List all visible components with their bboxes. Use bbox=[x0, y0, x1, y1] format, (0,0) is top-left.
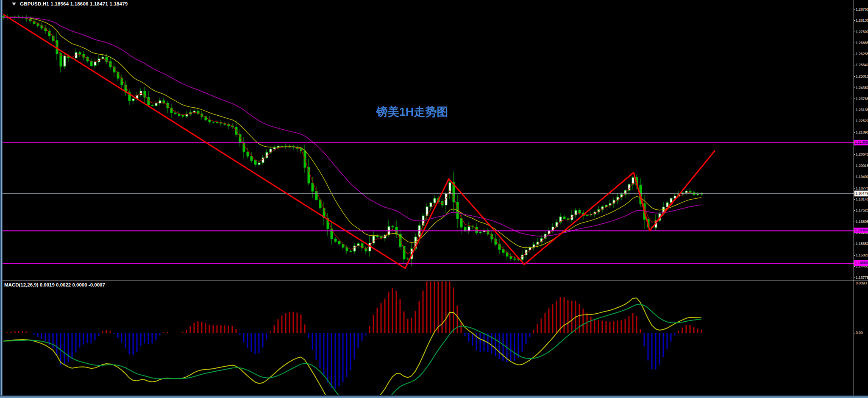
price-tick-label: 1.28760 bbox=[856, 8, 868, 11]
symbol-ohlc-label: GBPUSD,H1 1.18564 1.18606 1.18471 1.1847… bbox=[20, 1, 128, 6]
price-tick-label: 1.18770 bbox=[856, 186, 868, 190]
price-tick-label: 1.23135 bbox=[856, 108, 868, 112]
current-price-tag: 1.18479 bbox=[854, 190, 868, 197]
price-tick-label: 1.13775 bbox=[856, 276, 868, 280]
price-tick-label: 1.19400 bbox=[856, 175, 868, 179]
macd-scale-zero-label: 0.00 bbox=[856, 331, 863, 335]
mt4-chart-window: GBPUSD,H1 1.18564 1.18606 1.18471 1.1847… bbox=[0, 0, 868, 398]
window-border-bottom bbox=[0, 395, 868, 398]
price-tick-label: 1.27500 bbox=[856, 30, 868, 34]
macd-indicator-label: MACD(12,26,9) 0.0019 0.0022 0.0000 -0.00… bbox=[4, 282, 105, 287]
price-tick-label: 1.22520 bbox=[856, 119, 868, 123]
price-tick-label: 1.16895 bbox=[856, 220, 868, 224]
price-tick-label: 1.28130 bbox=[856, 19, 868, 22]
chart-header: GBPUSD,H1 1.18564 1.18606 1.18471 1.1847… bbox=[12, 1, 128, 6]
chart-menu-icon[interactable] bbox=[12, 3, 16, 6]
price-tick-label: 1.26885 bbox=[856, 41, 868, 45]
price-tick-label: 1.25010 bbox=[856, 75, 868, 78]
price-tick-label: 1.18140 bbox=[856, 198, 868, 201]
price-tick-label: 1.25640 bbox=[856, 63, 868, 67]
price-tick-label: 1.15650 bbox=[856, 242, 868, 246]
price-tick-label: 1.23765 bbox=[856, 97, 868, 101]
price-level-tag: 1.14580 bbox=[854, 260, 868, 266]
price-tick-label: 1.26255 bbox=[856, 52, 868, 56]
chart-annotation: 镑美1H走势图 bbox=[376, 104, 448, 120]
price-level-tag: 1.16394 bbox=[854, 228, 868, 233]
price-tick-label: 1.20015 bbox=[856, 164, 868, 168]
price-tick-label: 1.17525 bbox=[856, 209, 868, 212]
price-tick-label: 1.21890 bbox=[856, 131, 868, 134]
macd-scale-max-label: 0.0093 bbox=[856, 281, 867, 285]
price-level-tag: 1.21305 bbox=[854, 140, 868, 145]
price-tick-label: 1.24380 bbox=[856, 86, 868, 90]
price-tick-label: 1.15020 bbox=[856, 253, 868, 257]
window-border-left bbox=[0, 0, 3, 398]
price-tick-label: 1.20645 bbox=[856, 153, 868, 156]
chart-canvas[interactable] bbox=[0, 0, 868, 398]
